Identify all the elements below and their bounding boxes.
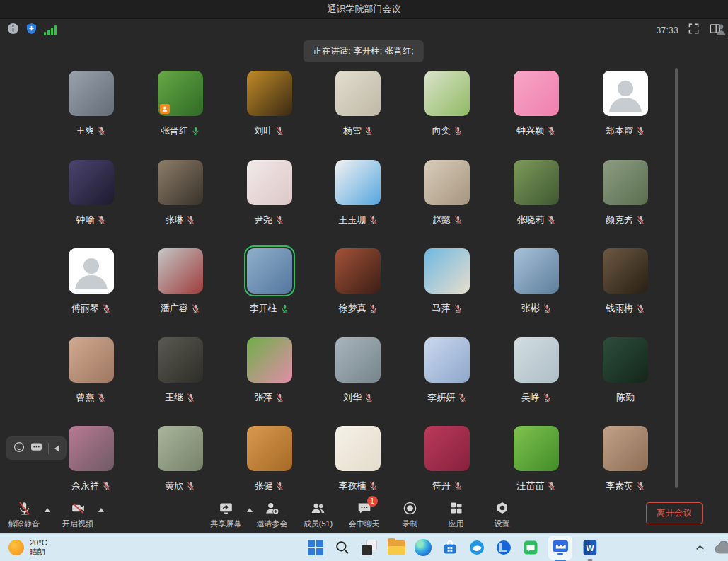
emoji-reaction-icon[interactable]	[13, 441, 25, 456]
participant-tile[interactable]: 傅丽琴	[47, 248, 136, 337]
leave-meeting-button[interactable]: 离开会议	[646, 502, 703, 524]
participant-tile[interactable]: 郑本霞	[581, 71, 670, 160]
taskbar-apps: W	[306, 534, 599, 561]
participant-grid: 王爽张晋红刘叶杨雪向奕钟兴颖郑本霞钟瑜张琳尹尧王玉珊赵懿张晓莉颜克秀傅丽琴潘广容…	[47, 71, 670, 515]
meeting-timer: 37:33	[656, 25, 678, 35]
participant-tile[interactable]: 吴峥	[492, 337, 581, 427]
avatar	[424, 426, 470, 471]
chat-unread-badge: 1	[367, 496, 378, 507]
green-chat-app-icon	[522, 539, 539, 556]
security-shield-icon[interactable]	[25, 23, 37, 37]
participant-tile[interactable]: 钟兴颖	[492, 71, 581, 160]
taskbar-file-explorer-button[interactable]	[387, 538, 405, 557]
participant-tile[interactable]: 向奕	[403, 71, 492, 160]
participant-name: 潘广容	[161, 302, 188, 315]
settings-button[interactable]: 设置	[485, 500, 519, 529]
participant-tile[interactable]: 王爽	[47, 71, 136, 160]
taskbar-blue-l-app-button[interactable]	[495, 538, 513, 557]
participant-tile[interactable]: 钟瑜	[47, 160, 136, 249]
avatar	[247, 71, 292, 116]
participant-tile[interactable]: 陈勤	[581, 337, 670, 427]
participant-tile[interactable]: 李妍妍	[403, 337, 492, 427]
taskbar-store-button[interactable]	[441, 538, 459, 557]
participant-name: 王爽	[76, 125, 94, 137]
participant-tile[interactable]: 张晋红	[136, 71, 225, 160]
blue-l-app-icon	[495, 539, 512, 556]
participant-tile[interactable]: 张琳	[136, 160, 225, 249]
taskbar-word-button[interactable]: W	[581, 538, 599, 557]
participant-name: 张晓莉	[516, 214, 544, 226]
participant-tile[interactable]: 杨雪	[314, 71, 403, 160]
avatar	[247, 248, 292, 294]
avatar	[335, 160, 381, 205]
participant-tile[interactable]: 张彬	[492, 248, 581, 337]
apps-grid-icon	[449, 500, 463, 516]
participant-name: 曾燕	[76, 391, 94, 404]
chevron-up-icon[interactable]	[695, 543, 705, 553]
default-avatar	[603, 71, 648, 116]
participant-name: 马萍	[432, 302, 451, 315]
weather-widget[interactable]: 20°C 晴朗	[8, 534, 47, 561]
participant-tile[interactable]: 潘广容	[136, 248, 225, 337]
participant-tile[interactable]: 李开柱	[225, 248, 314, 337]
taskbar-task-view-button[interactable]	[360, 538, 379, 557]
participant-tile[interactable]: 尹尧	[225, 160, 314, 249]
start-video-button[interactable]: 开启视频	[61, 500, 95, 529]
avatar	[69, 160, 114, 205]
participant-name: 李素英	[606, 480, 633, 492]
participant-tile[interactable]: 徐梦真	[314, 248, 403, 337]
participant-name: 符丹	[432, 480, 451, 492]
participant-name: 张健	[254, 480, 272, 492]
participant-tile[interactable]: 钱雨梅	[581, 248, 670, 337]
participant-tile[interactable]: 张萍	[225, 337, 314, 427]
participant-name: 黄欣	[165, 480, 183, 492]
record-icon	[403, 500, 417, 516]
avatar	[335, 337, 381, 383]
participant-name: 张晋红	[161, 125, 188, 137]
participant-tile[interactable]: 王继	[136, 337, 225, 427]
participant-tile[interactable]: 王玉珊	[314, 160, 403, 249]
network-signal-icon[interactable]	[44, 25, 57, 35]
taskbar-edge-button[interactable]	[414, 538, 432, 557]
caption-chat-icon[interactable]	[30, 442, 42, 455]
mic-speaking-icon	[280, 303, 289, 313]
record-button[interactable]: 录制	[393, 500, 427, 529]
taskbar-start-button[interactable]	[306, 538, 325, 557]
share-options-caret[interactable]	[247, 508, 253, 512]
taskbar-search-button[interactable]	[333, 538, 352, 557]
taskbar-green-chat-app-button[interactable]	[521, 538, 540, 557]
cloud-icon[interactable]	[714, 541, 728, 554]
fullscreen-icon[interactable]	[688, 23, 700, 37]
participant-tile[interactable]: 颜克秀	[581, 160, 670, 249]
chat-button[interactable]: 1 会中聊天	[347, 500, 381, 529]
participant-tile[interactable]: 赵懿	[403, 160, 492, 249]
taskbar-blue-swirl-app-button[interactable]	[468, 538, 486, 557]
avatar	[158, 426, 203, 471]
participant-tile[interactable]: 马萍	[403, 248, 492, 337]
meeting-window: 通识学院部门会议 37:33 正在讲话: 李开柱; 张晋红; 王爽张晋红	[0, 0, 728, 561]
participant-name: 郑本霞	[606, 125, 633, 137]
participant-tile[interactable]: 刘华	[314, 337, 403, 427]
camera-off-icon	[70, 500, 86, 516]
participant-tile[interactable]: 刘叶	[225, 71, 314, 160]
unmute-button[interactable]: 解除静音	[7, 500, 41, 529]
taskbar-meeting-app-button[interactable]	[548, 536, 572, 560]
members-button[interactable]: 成员(51)	[301, 500, 335, 529]
apps-button[interactable]: 应用	[439, 500, 473, 529]
invite-button[interactable]: 邀请参会	[255, 500, 289, 529]
invite-person-icon	[264, 500, 280, 516]
mic-muted-icon	[547, 481, 556, 491]
mic-muted-icon	[191, 303, 200, 313]
participant-tile[interactable]: 张晓莉	[492, 160, 581, 249]
avatar	[514, 248, 559, 294]
participant-tile[interactable]: 曾燕	[47, 337, 136, 427]
collapse-arrow-icon[interactable]	[54, 445, 59, 452]
members-icon	[310, 500, 326, 516]
audio-options-caret[interactable]	[45, 508, 50, 512]
settings-label: 设置	[495, 519, 510, 529]
avatar	[69, 426, 114, 471]
scrollbar[interactable]	[675, 68, 678, 488]
meeting-info-icon[interactable]	[7, 23, 19, 37]
share-screen-button[interactable]: 共享屏幕	[209, 500, 243, 529]
video-options-caret[interactable]	[98, 508, 104, 512]
